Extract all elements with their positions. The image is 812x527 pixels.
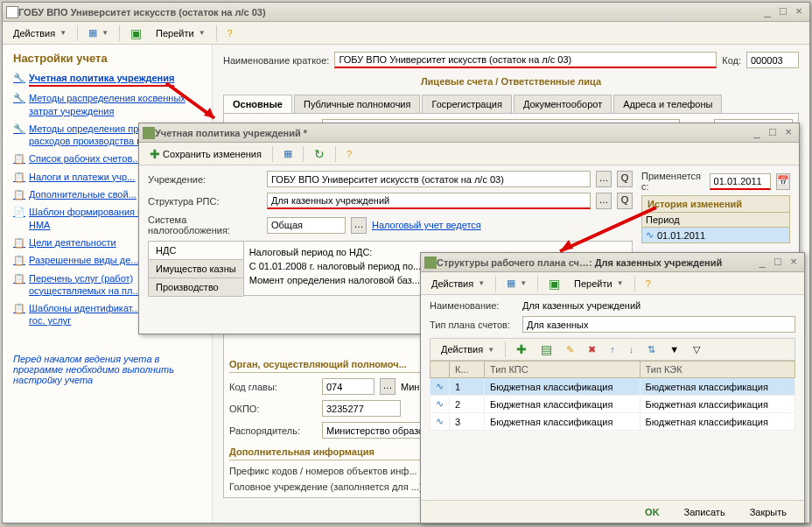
add-icon[interactable]: ✚ — [511, 341, 532, 358]
edit-icon[interactable]: ✎ — [561, 342, 579, 357]
name-label: Наименование: — [430, 300, 517, 311]
rps-picker[interactable]: … — [596, 193, 612, 209]
toolbar-icon-2[interactable]: ▣ — [125, 25, 147, 42]
help-icon[interactable]: ? — [222, 26, 238, 40]
toolbar-icon-2[interactable]: ▣ — [543, 275, 565, 292]
institution-label: Учреждение: — [148, 174, 262, 185]
row-icon: ∿ — [646, 229, 654, 241]
delete-icon[interactable]: ✖ — [583, 342, 601, 357]
period-column: Период — [646, 214, 680, 225]
calendar-icon[interactable]: 📅 — [776, 173, 790, 190]
close-icon[interactable]: × — [781, 127, 795, 139]
tab-addresses[interactable]: Адреса и телефоны — [613, 95, 722, 113]
name-value[interactable]: Для казенных учреждений — [522, 300, 795, 311]
applies-date-input[interactable] — [710, 173, 771, 190]
actions-menu[interactable]: Действия▼ — [426, 277, 490, 291]
maximize-icon[interactable]: □ — [776, 6, 790, 18]
tax-system-input[interactable] — [267, 217, 346, 234]
rps-input[interactable] — [267, 193, 591, 209]
institution-picker[interactable]: … — [596, 171, 612, 187]
sort-icon[interactable]: ⇅ — [642, 342, 661, 357]
vtab-nds[interactable]: НДС — [148, 241, 243, 260]
institution-open[interactable]: Q — [617, 171, 633, 187]
short-name-input[interactable] — [334, 52, 717, 68]
col-k[interactable]: К... — [450, 362, 485, 378]
filter-clear-icon[interactable]: ▽ — [688, 342, 705, 357]
table-row[interactable]: ∿ 2Бюджетная классификацияБюджетная клас… — [430, 396, 795, 413]
head-label: Головное учреждение (заполняется для ...… — [229, 481, 423, 492]
table-row[interactable]: ∿ 1Бюджетная классификацияБюджетная клас… — [430, 378, 795, 396]
refresh-icon[interactable]: ↻ — [309, 145, 330, 163]
prefix-label: Префикс кодов / номеров объектов инф... — [229, 466, 417, 476]
tax-accounting-link[interactable]: Налоговый учет ведется — [372, 220, 481, 230]
vtab-production[interactable]: Производство — [148, 278, 243, 297]
institution-input[interactable] — [267, 171, 591, 187]
col-icon[interactable] — [430, 362, 450, 378]
policy-title: Учетная политика учреждений * — [155, 128, 750, 138]
chapter-picker[interactable]: … — [380, 378, 396, 395]
dispatcher-label: Распорядитель: — [229, 425, 317, 436]
ok-button[interactable]: OK — [636, 504, 668, 520]
close-icon[interactable]: × — [787, 256, 801, 269]
actions-menu[interactable]: Действия▼ — [8, 26, 72, 40]
sidebar-note: Перед началом ведения учета в программе … — [13, 354, 201, 385]
sidebar-heading: Настройки учета — [13, 52, 201, 65]
period-row[interactable]: ∿ 01.01.2011 — [642, 228, 789, 242]
close-icon[interactable]: × — [792, 6, 806, 18]
code-label: Код: — [722, 55, 741, 66]
window-icon — [6, 6, 18, 18]
plan-type-label: Тип плана счетов: — [430, 320, 517, 330]
chapter-label: Код главы: — [229, 382, 317, 392]
window-icon — [143, 127, 155, 139]
rps-open[interactable]: Q — [617, 193, 633, 209]
movedown-icon[interactable]: ↓ — [624, 342, 640, 356]
go-menu[interactable]: Перейти▼ — [569, 277, 629, 291]
maximize-icon[interactable]: □ — [771, 256, 785, 269]
tab-main[interactable]: Основные — [223, 95, 292, 113]
help-icon[interactable]: ? — [640, 277, 656, 291]
tab-powers[interactable]: Публичные полномочия — [294, 95, 421, 113]
table-row[interactable]: ∿ 3Бюджетная классификацияБюджетная клас… — [430, 413, 795, 431]
period-value: 01.01.2011 — [657, 230, 705, 241]
minimize-icon[interactable]: _ — [750, 127, 764, 139]
history-heading: История изменений — [642, 196, 789, 213]
window-icon — [424, 256, 437, 269]
history-panel: История изменений Период ∿ 01.01.2011 — [641, 195, 790, 243]
tab-docflow[interactable]: Документооборот — [514, 95, 612, 113]
toolbar-icon[interactable]: ▦ — [278, 146, 298, 161]
tax-picker[interactable]: … — [351, 217, 367, 234]
go-menu[interactable]: Перейти▼ — [150, 26, 211, 40]
vtab-treasury[interactable]: Имущество казны — [148, 259, 243, 278]
code-input[interactable] — [746, 52, 799, 68]
plan-type-input[interactable] — [522, 316, 795, 333]
tabs-super-header: Лицевые счета / Ответственные лица — [223, 74, 799, 89]
row-icon: ∿ — [436, 381, 444, 391]
toolbar-icon-1[interactable]: ▦▼ — [501, 276, 532, 291]
copy-icon[interactable]: ▤ — [536, 341, 557, 358]
tax-system-label: Система налогообложения: — [148, 214, 262, 235]
minimize-icon[interactable]: _ — [760, 6, 774, 18]
chapter-input[interactable] — [322, 378, 374, 395]
help-icon[interactable]: ? — [341, 147, 357, 161]
filter-icon[interactable]: ▼ — [664, 342, 684, 356]
sidebar-link-cost-methods[interactable]: 🔧Методы распределения косвенных затрат у… — [13, 92, 201, 117]
maximize-icon[interactable]: □ — [766, 127, 780, 139]
save-button[interactable]: Записать — [676, 504, 734, 520]
main-titlebar: ГОБУ ВПО Университет искусств (остаток н… — [3, 3, 809, 22]
minimize-icon[interactable]: _ — [755, 256, 769, 269]
sidebar-link-accounting-policy[interactable]: 🔧Учетная политика учреждения — [13, 72, 201, 87]
save-changes-button[interactable]: ✚ Сохранить изменения — [144, 145, 267, 163]
col-kps[interactable]: Тип КПС — [485, 362, 640, 378]
short-name-label: Наименование краткое: — [223, 55, 329, 66]
okpo-label: ОКПО: — [229, 404, 317, 414]
close-button[interactable]: Закрыть — [741, 504, 795, 520]
structures-title: Структуры рабочего плана сч…: Для казенн… — [437, 257, 755, 268]
okpo-input[interactable] — [322, 400, 401, 417]
main-tabs: Основные Публичные полномочия Госрегистр… — [223, 95, 799, 113]
moveup-icon[interactable]: ↑ — [605, 342, 620, 356]
toolbar-icon-1[interactable]: ▦▼ — [83, 25, 114, 40]
tab-registration[interactable]: Госрегистрация — [422, 95, 511, 113]
col-kek[interactable]: Тип КЭК — [640, 362, 795, 378]
structures-table: К... Тип КПС Тип КЭК ∿ 1Бюджетная класси… — [430, 361, 795, 431]
grid-actions-menu[interactable]: Действия▼ — [436, 342, 500, 356]
